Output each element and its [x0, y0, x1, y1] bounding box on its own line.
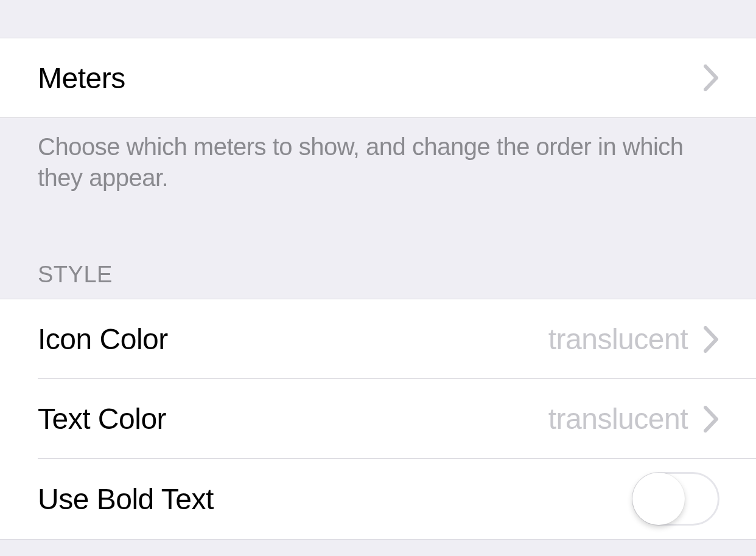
chevron-right-icon [704, 64, 719, 91]
toggle-knob [632, 473, 685, 525]
bold-text-right [632, 472, 719, 526]
meters-description: Choose which meters to show, and change … [0, 118, 756, 193]
top-spacer [0, 0, 756, 38]
meters-row-right [704, 64, 719, 91]
bold-text-row: Use Bold Text [0, 459, 756, 539]
icon-color-label: Icon Color [38, 322, 168, 356]
icon-color-value: translucent [548, 322, 688, 356]
chevron-right-icon [704, 326, 719, 353]
bold-text-label: Use Bold Text [38, 482, 214, 516]
meters-section: Meters [0, 38, 756, 118]
text-color-label: Text Color [38, 402, 166, 436]
icon-color-row[interactable]: Icon Color translucent [0, 299, 756, 379]
bottom-spacer [0, 540, 756, 556]
chevron-right-icon [704, 406, 719, 433]
icon-color-right: translucent [548, 322, 719, 356]
style-section-header: STYLE [0, 193, 756, 299]
text-color-right: translucent [548, 402, 719, 436]
bold-text-toggle[interactable] [632, 472, 719, 526]
meters-label: Meters [38, 61, 125, 95]
style-section: Icon Color translucent Text Color transl… [0, 299, 756, 540]
text-color-row[interactable]: Text Color translucent [0, 379, 756, 459]
text-color-value: translucent [548, 402, 688, 436]
meters-row[interactable]: Meters [0, 38, 756, 117]
